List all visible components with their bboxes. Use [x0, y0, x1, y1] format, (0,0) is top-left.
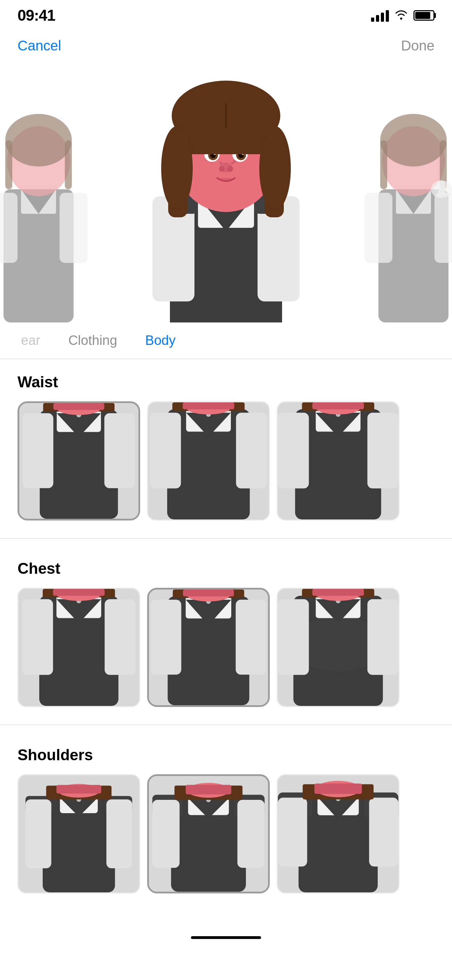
chest-option-1[interactable]: [18, 588, 140, 707]
svg-rect-147: [369, 798, 398, 866]
waist-options: [14, 398, 438, 531]
avatar-side-right: [364, 84, 452, 323]
svg-rect-89: [22, 599, 53, 675]
svg-point-52: [380, 114, 447, 167]
svg-rect-110: [278, 599, 309, 675]
svg-point-45: [259, 126, 291, 210]
shoulders-option-1[interactable]: [18, 774, 140, 893]
avatar-main: [142, 70, 310, 323]
shoulders-option-2[interactable]: [147, 774, 270, 893]
avatar-preview: [0, 63, 452, 323]
svg-rect-69: [150, 412, 181, 488]
svg-rect-70: [236, 412, 267, 488]
svg-rect-134: [153, 800, 180, 868]
tab-clothing[interactable]: Clothing: [68, 333, 117, 352]
waist-option-2[interactable]: [147, 401, 270, 520]
status-icons: [371, 9, 434, 22]
divider-1: [0, 538, 452, 539]
status-bar: 09:41: [0, 0, 452, 28]
waist-option-3[interactable]: [277, 401, 399, 520]
done-button[interactable]: Done: [401, 38, 434, 54]
shoulders-option-3[interactable]: [277, 774, 399, 893]
svg-rect-90: [105, 599, 135, 675]
waist-option-1[interactable]: [18, 401, 140, 520]
nav-bar: Cancel Done: [0, 28, 452, 63]
wifi-icon: [395, 9, 408, 22]
avatar-side-left: [0, 84, 88, 323]
svg-rect-141: [186, 785, 231, 794]
svg-rect-106: [183, 590, 234, 596]
svg-rect-2: [60, 193, 88, 263]
chest-section: Chest: [0, 546, 452, 718]
signal-icon: [371, 9, 389, 22]
svg-rect-79: [278, 412, 309, 488]
shoulders-options: [14, 771, 438, 904]
svg-rect-99: [151, 600, 181, 675]
svg-rect-76: [183, 402, 234, 409]
chest-title: Chest: [14, 546, 438, 584]
svg-rect-100: [236, 600, 266, 675]
svg-rect-53: [380, 140, 387, 189]
chest-option-3[interactable]: [277, 588, 399, 707]
shoulders-title: Shoulders: [14, 732, 438, 771]
svg-point-37: [219, 166, 224, 172]
waist-title: Waist: [14, 359, 438, 398]
svg-point-6: [5, 114, 72, 167]
svg-rect-59: [23, 413, 53, 488]
svg-rect-122: [25, 800, 51, 868]
svg-rect-48: [434, 193, 452, 263]
svg-rect-47: [364, 193, 392, 263]
svg-rect-56: [438, 180, 445, 194]
svg-rect-66: [53, 403, 104, 410]
tab-bar: ear Clothing Body: [0, 323, 452, 359]
divider-2: [0, 724, 452, 725]
svg-rect-153: [314, 784, 362, 794]
svg-rect-96: [53, 589, 104, 596]
chest-option-2[interactable]: [147, 588, 270, 707]
svg-point-38: [228, 166, 233, 172]
battery-icon: [414, 10, 434, 21]
svg-rect-111: [368, 599, 398, 675]
cancel-button[interactable]: Cancel: [18, 38, 61, 54]
svg-rect-146: [278, 798, 307, 866]
svg-rect-80: [368, 412, 398, 488]
svg-rect-1: [0, 193, 18, 263]
svg-rect-7: [5, 140, 12, 189]
svg-rect-117: [312, 589, 364, 596]
home-indicator: [191, 936, 261, 939]
status-time: 09:41: [18, 7, 56, 24]
chest-options: [14, 584, 438, 718]
svg-rect-8: [65, 140, 72, 189]
svg-rect-123: [107, 800, 132, 868]
tab-headwear[interactable]: ear: [21, 333, 40, 352]
shoulders-section: Shoulders: [0, 732, 452, 904]
svg-rect-135: [237, 800, 265, 868]
svg-point-24: [231, 162, 234, 164]
svg-point-44: [161, 126, 193, 210]
svg-rect-86: [312, 402, 364, 409]
svg-rect-60: [104, 413, 135, 488]
svg-rect-129: [56, 785, 101, 794]
waist-section: Waist: [0, 359, 452, 531]
tab-body[interactable]: Body: [145, 333, 175, 352]
